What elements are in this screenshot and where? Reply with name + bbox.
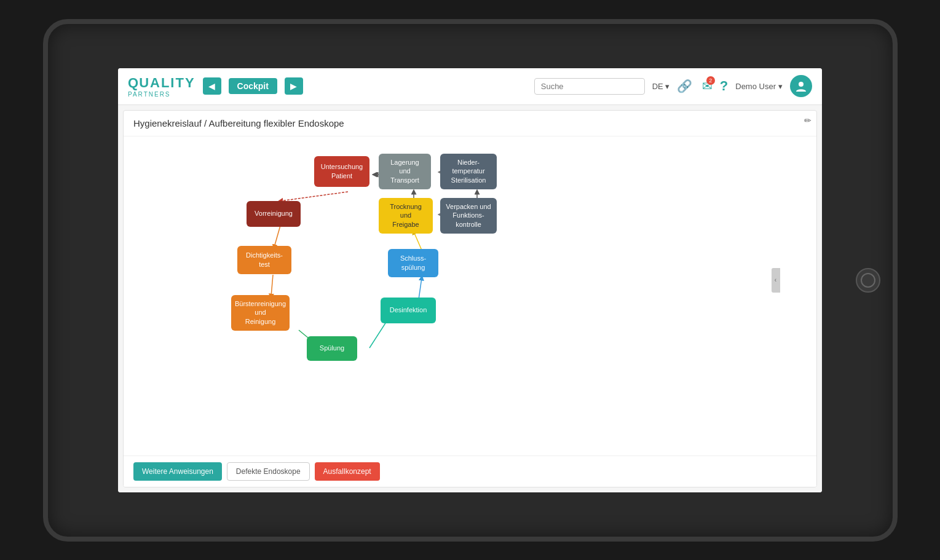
page-header: Hygienekreislauf / Aufbereitung flexible… <box>124 111 816 136</box>
node-dichtigkeitstest[interactable]: Dichtigkeits-test <box>237 246 291 274</box>
avatar[interactable] <box>790 75 812 97</box>
edit-icon[interactable]: ✏ <box>804 116 812 125</box>
home-button[interactable] <box>856 268 880 293</box>
logo: Quality PARTNERS <box>128 75 196 98</box>
header: Quality PARTNERS ◀ Cockpit ▶ DE ▾ 🔗 ✉ 2 … <box>118 68 822 105</box>
node-trocknung[interactable]: TrocknungundFreigabe <box>379 198 433 234</box>
weitere-anweisungen-button[interactable]: Weitere Anweisungen <box>133 462 222 481</box>
node-desinfektion[interactable]: Desinfektion <box>381 298 436 323</box>
lang-label: DE <box>652 82 663 91</box>
node-spulung[interactable]: Spülung <box>307 336 357 361</box>
link-icon[interactable]: 🔗 <box>677 79 692 93</box>
side-collapse-handle[interactable]: ‹ <box>772 268 780 293</box>
svg-point-0 <box>799 82 804 87</box>
diagram-area: UntersuchungPatient LagerungundTransport… <box>124 136 816 455</box>
user-arrow: ▾ <box>778 82 783 91</box>
search-input[interactable] <box>534 78 645 95</box>
user-label: Demo User <box>735 82 776 91</box>
back-button[interactable]: ◀ <box>203 77 221 95</box>
language-selector[interactable]: DE ▾ <box>652 82 669 91</box>
user-menu-button[interactable]: Demo User ▾ <box>735 82 783 91</box>
node-niedertemperatur[interactable]: Nieder-temperaturSterilisation <box>440 154 497 189</box>
ausfallkonzept-button[interactable]: Ausfallkonzept <box>315 462 380 481</box>
logo-text: Quality PARTNERS <box>128 75 196 98</box>
content-area: ✏ Hygienekreislauf / Aufbereitung flexib… <box>123 110 817 487</box>
node-vorreinigung[interactable]: Vorreinigung <box>247 201 301 227</box>
logo-area: Quality PARTNERS <box>128 75 196 98</box>
cockpit-button[interactable]: Cockpit <box>229 78 277 94</box>
page-title: Hygienekreislauf / Aufbereitung flexible… <box>133 118 807 128</box>
node-verpacken[interactable]: Verpacken undFunktions-kontrolle <box>440 198 497 234</box>
tablet-frame: Quality PARTNERS ◀ Cockpit ▶ DE ▾ 🔗 ✉ 2 … <box>43 19 898 542</box>
node-schlussspulung[interactable]: Schluss-spülung <box>388 249 438 277</box>
notification-icon[interactable]: ✉ 2 <box>702 79 713 93</box>
lang-arrow: ▾ <box>665 82 669 91</box>
bottom-buttons: Weitere Anweisungen Defekte Endoskope Au… <box>124 455 816 487</box>
defekte-endoskope-button[interactable]: Defekte Endoskope <box>227 462 310 481</box>
help-icon[interactable]: ? <box>720 78 728 94</box>
forward-button[interactable]: ▶ <box>285 77 303 95</box>
tablet-screen: Quality PARTNERS ◀ Cockpit ▶ DE ▾ 🔗 ✉ 2 … <box>118 68 822 492</box>
main-content: ✏ Hygienekreislauf / Aufbereitung flexib… <box>118 105 822 492</box>
home-button-inner <box>861 273 875 288</box>
notification-badge: 2 <box>706 76 715 85</box>
node-untersuchung[interactable]: UntersuchungPatient <box>314 156 369 187</box>
node-burstenreinigung[interactable]: BürstenreinigungundReinigung <box>231 295 290 331</box>
logo-sub: PARTNERS <box>128 91 196 98</box>
node-lagerung[interactable]: LagerungundTransport <box>379 154 431 189</box>
